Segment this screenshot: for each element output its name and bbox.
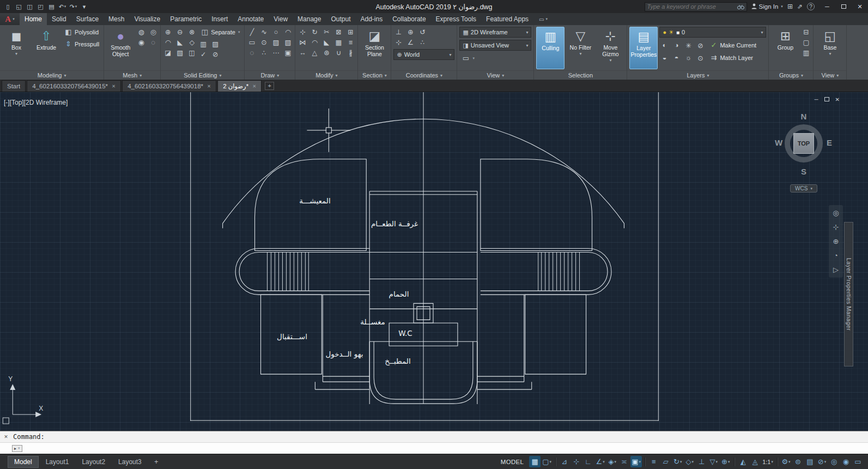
ribbon-tab-output[interactable]: Output	[326, 13, 355, 25]
annotation-visibility-icon[interactable]: ◭	[737, 456, 749, 467]
ribbon-tab-mesh[interactable]: Mesh	[104, 13, 129, 25]
file-tab[interactable]: 4_6021603320756439015*✕	[27, 80, 121, 92]
ribbon-tab-home[interactable]: Home	[20, 13, 47, 25]
command-line[interactable]: ✕ Command:	[0, 431, 868, 442]
share-icon[interactable]: ⇗	[797, 3, 803, 10]
ucs-3point-icon[interactable]: ∴	[417, 38, 427, 47]
slice-icon[interactable]: ◪	[163, 48, 173, 57]
application-menu-button[interactable]: A ▾	[0, 13, 20, 25]
gradient-icon[interactable]: ▧	[283, 38, 293, 47]
viewcube[interactable]: N W E S TOP WCS ▾	[774, 112, 833, 197]
join-icon[interactable]: ∪	[333, 48, 343, 57]
close-icon[interactable]: ✕	[207, 83, 211, 89]
panel-label-coordinates[interactable]: Coordinates ▾	[391, 70, 457, 80]
move-icon[interactable]: ⊹	[298, 27, 307, 37]
ribbon-tab-collaborate[interactable]: Collaborate	[387, 13, 430, 25]
ungroup-icon[interactable]: ⊟	[801, 27, 811, 37]
close-icon[interactable]: ✕	[112, 83, 116, 89]
ucs-world-icon[interactable]: ⊕	[405, 27, 415, 37]
extrude-button[interactable]: ⇧ Extrude	[32, 27, 60, 69]
save-as-button[interactable]: ◰	[36, 2, 45, 11]
chamfer-icon[interactable]: ◣	[321, 38, 331, 47]
smooth-more-icon[interactable]: ◍	[136, 27, 146, 37]
stretch-icon[interactable]: ↔	[298, 48, 307, 57]
new-layout-button[interactable]: +	[151, 458, 162, 466]
layer-properties-button[interactable]: ▤ Layer Properties	[629, 27, 658, 69]
doc-close-button[interactable]: ✕	[835, 97, 840, 103]
keyword-search-input[interactable]	[647, 3, 737, 10]
ribbon-tab-annotate[interactable]: Annotate	[233, 13, 269, 25]
selection-cycling-icon[interactable]: ↻▾	[672, 456, 683, 467]
show-motion-icon[interactable]: ▷	[833, 266, 839, 274]
ucs-previous-icon[interactable]: ↺	[417, 27, 427, 37]
layout-tab-model[interactable]: Model	[8, 456, 39, 468]
taper-face-icon[interactable]: ◣	[175, 38, 185, 47]
solid-intersect-icon[interactable]: ⊗	[187, 27, 197, 37]
group-edit-icon[interactable]: ▢	[801, 38, 811, 47]
workspace-switching-icon[interactable]: ⚙▾	[780, 456, 792, 467]
mesh-refine-icon[interactable]: ◉	[136, 38, 146, 47]
layer-freeze-icon[interactable]: ✳	[683, 41, 693, 50]
sign-in-button[interactable]: Sign In ▾	[751, 3, 783, 10]
close-button[interactable]: ✕	[852, 0, 868, 13]
point-icon[interactable]: ∴	[259, 48, 269, 57]
arc-icon[interactable]: ◠	[283, 27, 293, 37]
clean-screen-icon[interactable]: ▭	[852, 456, 864, 467]
viewcube-west[interactable]: W	[775, 138, 782, 147]
group-selection-icon[interactable]: ▥	[801, 48, 811, 57]
base-button[interactable]: ◱ Base ▾	[816, 27, 844, 69]
interfere-icon[interactable]: ◫	[187, 48, 197, 57]
layer-unisolate-icon[interactable]: ◓	[671, 53, 681, 63]
ucs-icon[interactable]: ⊥	[393, 27, 403, 37]
viewcube-top-face[interactable]: TOP	[793, 133, 814, 154]
dynamic-ucs-icon[interactable]: ⊥	[696, 456, 707, 467]
isometric-drafting-icon[interactable]: ◈▾	[606, 456, 618, 467]
panel-label-modeling[interactable]: Modeling ▾	[0, 70, 104, 80]
command-options-button[interactable]: ▸ ▾	[12, 445, 22, 452]
fillet-icon[interactable]: ◠	[309, 38, 319, 47]
mesh-crease-icon[interactable]: ◌	[148, 38, 158, 47]
viewcube-south[interactable]: S	[774, 167, 833, 176]
search-binoculars-icon[interactable]	[737, 4, 744, 10]
gizmo-icon[interactable]: ⊕▾	[720, 456, 731, 467]
rectangle-icon[interactable]: ▭	[247, 38, 257, 47]
panel-label-view-base[interactable]: View ▾	[814, 70, 846, 80]
solid-clean-icon[interactable]: ⊘	[210, 50, 220, 59]
line-icon[interactable]: ╱	[247, 27, 257, 37]
panel-label-solid-editing[interactable]: Solid Editing ▾	[161, 70, 244, 80]
named-view-dropdown[interactable]: ◨ Unsaved View ▾	[459, 40, 531, 51]
fillet-edge-icon[interactable]: ◠	[163, 38, 173, 47]
explode-icon[interactable]: ⊛	[321, 48, 331, 57]
solid-union-icon[interactable]: ⊕	[163, 27, 173, 37]
solid-check-icon[interactable]: ✓	[198, 50, 208, 59]
panel-label-groups[interactable]: Groups ▾	[769, 70, 813, 80]
viewcube-north[interactable]: N	[774, 112, 833, 121]
viewport-config-button[interactable]: ▭ ▾	[459, 53, 531, 63]
panel-label-modify[interactable]: Modify ▾	[295, 70, 357, 80]
ribbon-tab-add-ins[interactable]: Add-ins	[356, 13, 388, 25]
layer-properties-palette-tab[interactable]: Layer Properties Manager	[844, 222, 853, 366]
layer-on-icon[interactable]: ◒	[659, 53, 669, 63]
layer-off-icon[interactable]: ◐	[659, 41, 669, 50]
lineweight-icon[interactable]: ≡	[648, 456, 659, 467]
new-file-button[interactable]: ▯	[3, 2, 13, 11]
autoscale-icon[interactable]: ◬	[749, 456, 761, 467]
object-snap-icon[interactable]: ▣▾	[630, 456, 642, 467]
infer-constraints-icon[interactable]: ⊿	[559, 456, 570, 467]
quick-properties-icon[interactable]: ▤	[804, 456, 816, 467]
new-drawing-button[interactable]: +	[265, 82, 274, 90]
match-layer-button[interactable]: ⇉ Match Layer	[707, 52, 755, 63]
layer-unlock-icon[interactable]: ⊙	[695, 53, 705, 63]
panel-label-draw[interactable]: Draw ▾	[245, 70, 295, 80]
no-filter-button[interactable]: ▽ No Filter ▾	[566, 27, 594, 69]
layout-tab-layout1[interactable]: Layout1	[40, 456, 75, 467]
section-plane-button[interactable]: ◪ Section Plane	[360, 27, 389, 69]
save-button[interactable]: ◫	[25, 2, 34, 11]
mirror-icon[interactable]: ⋈	[298, 38, 307, 47]
zoom-extents-icon[interactable]: ⊕	[833, 237, 839, 245]
snap-mode-icon[interactable]: ▢▾	[541, 456, 553, 467]
ucs-origin-icon[interactable]: ⊹	[393, 38, 403, 47]
doc-minimize-button[interactable]: ─	[815, 97, 818, 103]
ortho-mode-icon[interactable]: ∟	[582, 456, 594, 467]
circle-icon[interactable]: ○	[271, 27, 281, 37]
